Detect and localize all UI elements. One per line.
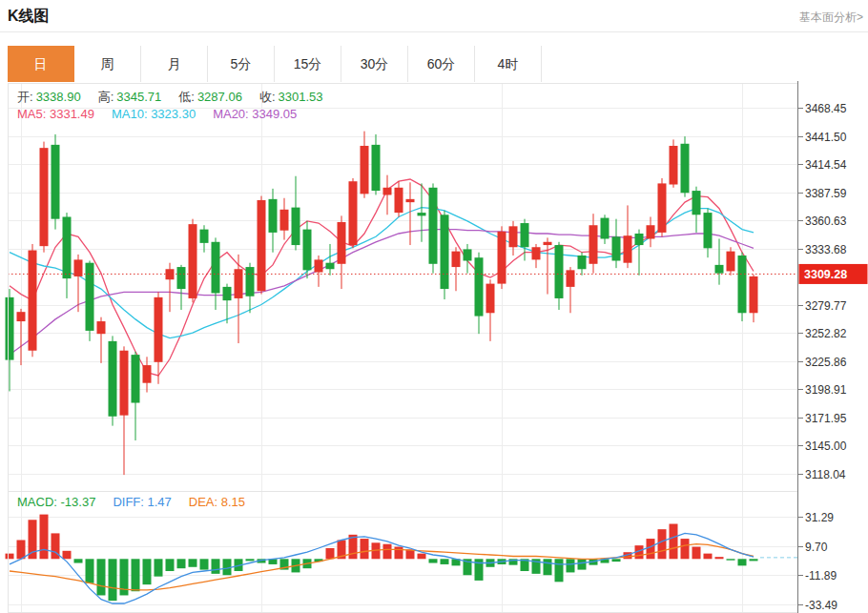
candle-body — [509, 226, 518, 247]
candle-body — [132, 355, 140, 402]
macd-bar — [647, 539, 655, 559]
candle-body — [383, 188, 392, 195]
macd-bar — [223, 559, 232, 575]
macd-axis-label: -33.49 — [805, 599, 837, 612]
candle-body — [86, 263, 94, 331]
candle-body — [361, 146, 369, 194]
candle-body — [349, 181, 358, 245]
ohlc-high: 高:3345.71 — [98, 90, 162, 104]
macd-bar — [704, 554, 713, 560]
candle-body — [189, 224, 197, 298]
candle-body — [246, 267, 255, 296]
macd-bar — [418, 554, 426, 560]
candle-body — [601, 218, 610, 239]
candle-body — [63, 216, 72, 278]
macd-bar — [692, 547, 701, 560]
candle-body — [475, 257, 484, 316]
macd-bar — [567, 559, 575, 572]
macd-bar — [166, 559, 175, 571]
candle-body — [40, 148, 49, 246]
candle-body — [6, 297, 14, 360]
ma5-line — [10, 179, 754, 376]
ma-info-bar: MA5: 3331.49MA10: 3323.30MA20: 3349.05 — [17, 107, 314, 121]
ohlc-info-bar: 开:3338.90高:3345.71低:3287.06收:3301.53 — [17, 89, 341, 106]
macd-bar — [578, 559, 587, 569]
candle-body — [715, 265, 724, 274]
macdlegend-macd: MACD: -13.37 — [17, 495, 95, 509]
macd-bar — [750, 559, 758, 561]
candle-body — [109, 341, 117, 417]
macd-info-bar: MACD: -13.37DIFF: 1.47DEA: 8.15 — [17, 495, 262, 509]
candle-body — [17, 312, 26, 321]
macd-bar — [200, 559, 209, 569]
macd-axis-label: -11.89 — [805, 569, 837, 582]
macd-bar — [658, 529, 667, 559]
candle-body — [589, 225, 598, 264]
candle-body — [143, 365, 152, 383]
macd-bar — [132, 559, 140, 591]
ma-ma5: MA5: 3331.49 — [17, 107, 94, 121]
candle-body — [235, 269, 243, 298]
candle-body — [52, 145, 60, 219]
candle-body — [464, 249, 472, 260]
price-axis-label: 3198.91 — [805, 383, 847, 397]
macd-bar — [555, 559, 564, 582]
candle-body — [429, 188, 438, 264]
macd-bar — [361, 539, 369, 559]
price-axis-label: 3118.04 — [805, 468, 846, 481]
price-axis-label: 3441.50 — [805, 131, 847, 144]
candle-body — [97, 321, 106, 334]
macd-bar — [189, 559, 197, 566]
macd-bar — [63, 551, 72, 559]
candle-body — [326, 263, 335, 270]
candle-body — [578, 255, 587, 269]
macd-axis-label: 31.29 — [805, 511, 834, 524]
candle-body — [303, 230, 312, 271]
candle-body — [498, 232, 506, 284]
candle-body — [418, 213, 426, 215]
candle-body — [292, 208, 300, 245]
price-axis-label: 3360.63 — [805, 215, 847, 228]
price-axis-label: 3414.54 — [805, 158, 847, 172]
macd-bar — [97, 559, 106, 595]
candle-body — [567, 270, 575, 287]
candle-body — [280, 210, 289, 231]
candle-body — [532, 247, 541, 259]
candle-body — [269, 199, 278, 233]
price-axis-label: 3387.59 — [805, 187, 847, 200]
macd-bar — [326, 548, 335, 559]
ohlc-close: 收:3301.53 — [259, 90, 323, 104]
macd-bar — [246, 559, 255, 561]
candle-body — [670, 146, 678, 185]
macd-bar — [441, 559, 449, 564]
macd-bar — [17, 540, 26, 559]
price-axis-label: 3225.86 — [805, 356, 847, 369]
macdlegend-dea: DEA: 8.15 — [189, 495, 245, 509]
candle-body — [624, 235, 632, 262]
price-axis-label: 3468.45 — [805, 102, 847, 115]
candle-body — [692, 191, 701, 215]
macd-bar — [383, 544, 392, 560]
ma-ma10: MA10: 3323.30 — [112, 107, 196, 121]
ma10-line — [10, 208, 754, 338]
candle-body — [372, 145, 381, 191]
candle-body — [738, 255, 747, 313]
ohlc-low: 低:3287.06 — [178, 90, 242, 104]
macd-bar — [612, 559, 621, 562]
ohlc-open: 开:3338.90 — [17, 90, 81, 104]
macd-bar — [6, 554, 14, 560]
price-axis-label: 3279.77 — [805, 299, 847, 313]
candle-body — [544, 242, 552, 245]
macd-axis-label: 9.70 — [805, 541, 828, 554]
candle-body — [704, 213, 713, 248]
macd-bar — [212, 559, 220, 574]
macd-bar — [29, 520, 37, 559]
candle-body — [338, 222, 346, 264]
macdlegend-diff: DIFF: 1.47 — [113, 495, 171, 509]
price-axis-label: 3171.95 — [805, 412, 847, 425]
candle-body — [681, 144, 690, 194]
candle-body — [647, 225, 655, 238]
price-axis-label: 3145.00 — [805, 439, 847, 453]
candle-body — [521, 223, 529, 247]
candle-body — [395, 188, 403, 213]
